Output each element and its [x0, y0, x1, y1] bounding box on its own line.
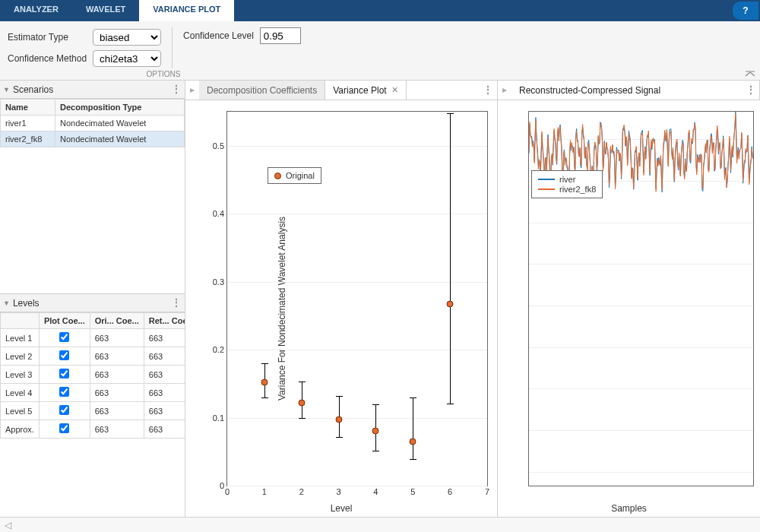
left-panel: ▼ Scenarios ⋮ Name Decomposition Type ri… [0, 81, 185, 517]
levels-table: Plot Coe...Ori... Coe...Ret... Coe...Fre… [0, 312, 185, 439]
plot-checkbox[interactable] [59, 369, 69, 378]
col-header[interactable]: Ret... Coe... [144, 313, 185, 329]
table-row[interactable]: Level 2 6636630.123 ... [1, 347, 185, 366]
col-header[interactable]: Plot Coe... [39, 313, 90, 329]
collapse-icon: ▼ [3, 86, 10, 93]
table-row[interactable]: Level 1 6636630.25 - ... [1, 329, 185, 347]
col-decomp-type[interactable]: Decomposition Type [55, 100, 185, 116]
table-row[interactable]: Level 5 6636630.015... [1, 402, 185, 420]
col-header[interactable] [1, 313, 40, 329]
confidence-method-select[interactable]: chi2eta3 [93, 50, 161, 67]
table-row[interactable]: Level 4 6636630.030... [1, 384, 185, 402]
toolstrip: ANALYZER WAVELET VARIANCE PLOT ? [0, 0, 760, 21]
estimator-type-label: Estimator Type [8, 32, 87, 43]
legend-label: Original [286, 171, 315, 180]
center-panel: ▸ Decomposition Coefficients Variance Pl… [185, 81, 498, 517]
signal-legend[interactable]: river river2_fk8 [531, 170, 603, 198]
plot-checkbox[interactable] [59, 405, 69, 415]
tab-wavelet[interactable]: WAVELET [72, 0, 139, 21]
plot-checkbox[interactable] [59, 332, 69, 342]
back-icon[interactable]: ◁ [5, 520, 11, 530]
tab-variance-plot-doc[interactable]: Variance Plot ✕ [325, 81, 406, 100]
variance-legend[interactable]: Original [268, 167, 321, 184]
scenarios-table: Name Decomposition Type river1Nondecimat… [0, 99, 185, 147]
confidence-level-label: Confidence Level [183, 30, 254, 41]
table-row[interactable]: Level 3 6636630.061... [1, 366, 185, 384]
collapse-icon: ▼ [3, 299, 10, 307]
legend-swatch [538, 188, 555, 190]
col-name[interactable]: Name [1, 100, 55, 116]
levels-menu-icon[interactable]: ⋮ [171, 297, 182, 308]
document-tabs: ▸ Decomposition Coefficients Variance Pl… [185, 81, 497, 100]
legend-label: river [559, 175, 575, 184]
help-button[interactable]: ? [733, 2, 758, 20]
estimator-type-select[interactable]: biased [93, 29, 161, 46]
col-header[interactable]: Ori... Coe... [90, 313, 144, 329]
confidence-level-input[interactable] [260, 27, 301, 44]
right-panel: ▸ Reconstructed-Compressed Signal ⋮ Samp… [498, 81, 760, 517]
doc-tabs-menu-icon[interactable]: ⋮ [483, 84, 492, 95]
signal-tabs: ▸ Reconstructed-Compressed Signal ⋮ [498, 81, 760, 100]
tab-analyzer[interactable]: ANALYZER [0, 0, 72, 21]
tab-reconstructed-signal[interactable]: Reconstructed-Compressed Signal [511, 81, 760, 100]
legend-label: river2_fk8 [559, 185, 596, 194]
tab-nav-icon[interactable]: ▸ [498, 81, 511, 100]
tab-nav-icon[interactable]: ▸ [185, 81, 199, 100]
tab-variance-plot[interactable]: VARIANCE PLOT [139, 0, 234, 21]
confidence-method-label: Confidence Method [8, 53, 87, 64]
legend-marker [274, 173, 281, 179]
scenarios-title: Scenarios [13, 84, 53, 95]
options-section: Estimator Type biased Confidence Method … [0, 21, 760, 81]
signal-chart[interactable]: Samples -12-9-6-30369120300600 river riv… [498, 100, 760, 517]
variance-chart[interactable]: Variance For Nondecimated Wavelet Analys… [185, 100, 497, 517]
tab-decomp-coeffs[interactable]: Decomposition Coefficients [199, 81, 325, 100]
scenarios-menu-icon[interactable]: ⋮ [171, 84, 182, 94]
levels-header[interactable]: ▼ Levels ⋮ [0, 294, 185, 312]
scenarios-header[interactable]: ▼ Scenarios ⋮ [0, 81, 185, 99]
tab-label: Reconstructed-Compressed Signal [519, 85, 660, 96]
options-section-title: OPTIONS [0, 70, 327, 78]
signal-tabs-menu-icon[interactable]: ⋮ [746, 84, 755, 95]
x-axis-label: Samples [611, 503, 647, 514]
x-axis-label: Level [331, 503, 353, 514]
levels-title: Levels [13, 298, 40, 309]
close-icon[interactable]: ✕ [391, 85, 398, 95]
table-row[interactable]: Approx. 6636630 - 0.0... [1, 420, 185, 439]
table-row[interactable]: river1Nondecimated Wavelet [1, 116, 185, 131]
legend-swatch [538, 179, 555, 180]
plot-checkbox[interactable] [59, 350, 69, 360]
collapse-section-icon[interactable] [745, 71, 755, 78]
table-row[interactable]: river2_fk8Nondecimated Wavelet [1, 131, 185, 147]
plot-checkbox[interactable] [59, 423, 69, 433]
tab-label: Variance Plot [333, 85, 386, 96]
statusbar: ◁ [0, 517, 760, 532]
plot-checkbox[interactable] [59, 387, 69, 397]
tab-label: Decomposition Coefficients [207, 85, 317, 96]
